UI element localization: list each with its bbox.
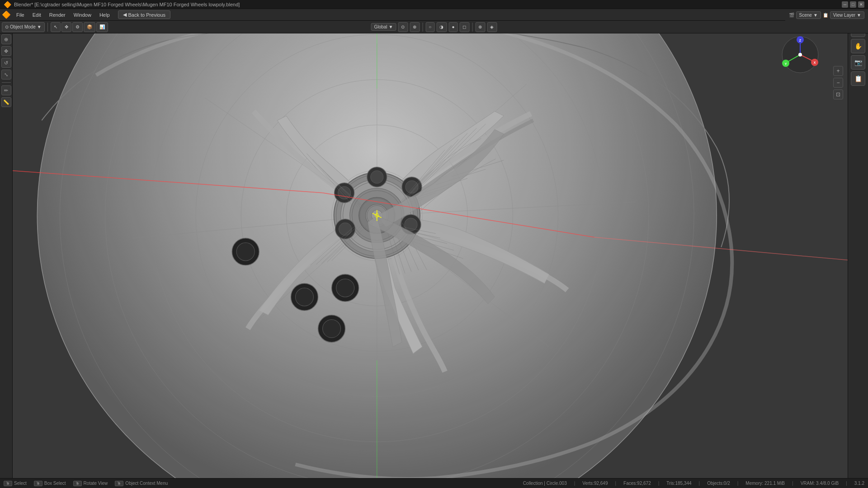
cursor-tool[interactable]: ⊕ [1,34,11,44]
separator-pipe-6: | [792,481,793,486]
version-info: 3.1.2 [854,481,864,486]
scene-icon: 🎬 [789,13,794,18]
overlay-btn[interactable]: ⊕ [475,22,485,32]
separator-pipe-4: | [699,481,700,486]
window-controls: ─ □ ✕ [842,1,864,8]
center-tools: Global ▼ ⊙ ⊕ ○ ◑ ● ◻ ⊕ ◈ [371,22,497,32]
context-menu-label: Object Context Menu [125,481,168,486]
rmb-key: 🖱 [73,481,82,486]
snap-button[interactable]: ⊙ [398,22,408,32]
svg-point-33 [405,218,417,231]
svg-text:X: X [814,61,816,64]
measure-tool[interactable]: 📏 [1,97,11,107]
faces-info: Faces:92,672 [623,481,651,486]
mode-icon: ⊙ [5,24,9,29]
box-select-status: 🖱 Box Select [34,481,66,486]
left-mode-tools: ⊙ Object Mode ▼ [2,22,45,32]
global-dropdown[interactable]: Global ▼ [371,23,396,31]
hand-tool[interactable]: ✋ [851,39,865,53]
shading-material[interactable]: ● [448,22,458,32]
rotate-status: 🖱 Rotate View [73,481,108,486]
view-layer-dropdown[interactable]: View Layer ▼ [830,11,864,19]
camera-tool[interactable]: 📷 [851,55,865,70]
select-status: 🖱 Select [4,481,27,486]
header-toolbar: ⊙ Object Mode ▼ ↖ ✥ ⚙ 📦 📊 Global ▼ ⊙ ⊕ ○… [0,21,868,33]
tool-icon-3[interactable]: ⚙ [72,22,83,32]
xray-btn[interactable]: ◈ [487,22,497,32]
layers-tool[interactable]: 📋 [851,71,865,86]
tool-icon-5[interactable]: 📊 [96,22,108,32]
blender-logo: 🔶 [4,1,11,8]
svg-point-39 [295,288,313,306]
navigation-gizmo[interactable]: Z X Y [780,34,821,75]
center-sep [422,23,423,32]
scene-dropdown[interactable]: Scene ▼ [796,11,821,19]
svg-point-29 [371,171,383,183]
annotate-tool[interactable]: ✏ [1,85,11,95]
back-to-previous-button[interactable]: ◀ Back to Previous [118,10,171,19]
close-button[interactable]: ✕ [858,1,864,8]
zoom-in-tool[interactable]: + [833,66,843,76]
separator-pipe-2: | [615,481,616,486]
svg-point-41 [236,243,255,261]
separator-pipe-3: | [658,481,660,486]
status-bar: 🖱 Select 🖱 Box Select 🖱 Rotate View 🖱 Ob… [0,478,868,488]
menu-item-file[interactable]: File [13,11,28,19]
maximize-button[interactable]: □ [850,1,856,8]
global-label: Global [374,24,387,29]
toolbar-divider [2,82,11,83]
rmb-key-2: 🖱 [115,481,123,486]
blender-menu-icon: 🔶 [2,10,11,19]
rotate-tool[interactable]: ↺ [1,58,11,68]
zoom-fit-tool[interactable]: ⊡ [833,89,843,99]
left-toolbar: ↖ ⊕ ✥ ↺ ⤡ ✏ 📏 [0,21,13,478]
memory-info: Memory: 221.1 MiB [745,481,785,486]
menu-item-render[interactable]: Render [46,11,69,19]
select-label: Select [14,481,27,486]
shading-wireframe[interactable]: ○ [425,22,434,32]
box-select-label: Box Select [44,481,66,486]
title-bar: 🔶 Blender* [E:\cgtrader selling\Mugen MF… [0,0,868,9]
proportional-btn[interactable]: ⊕ [410,22,420,32]
lmb-key: 🖱 [4,481,12,486]
menu-bar: 🔶 File Edit Render Window Help ◀ Back to… [0,9,868,21]
shading-solid[interactable]: ◑ [436,22,447,32]
zoom-out-tool[interactable]: − [833,78,843,88]
scale-tool[interactable]: ⤡ [1,70,11,80]
3d-viewport-bg: User Perspective (1) Collection | Circle… [13,21,848,478]
separator-pipe-7: | [846,481,847,486]
layers-icon: 📋 [823,13,828,18]
scene-dropdown-icon: ▼ [813,13,818,18]
scene-label: Scene [799,13,812,18]
viewport[interactable]: User Perspective (1) Collection | Circle… [13,21,848,478]
objects-info: Objects:0/2 [707,481,730,486]
svg-text:Z: Z [799,39,802,42]
vram-info: VRAM: 3.4/8.0 GiB [801,481,839,486]
tool-icon-2[interactable]: ✥ [61,22,71,32]
shading-render[interactable]: ◻ [459,22,469,32]
separator-pipe-1: | [574,481,576,486]
window-title: Blender* [E:\cgtrader selling\Mugen MF10… [14,2,240,7]
mode-select-button[interactable]: ⊙ Object Mode ▼ [2,22,45,32]
mmb-key: 🖱 [34,481,42,486]
mode-dropdown-icon: ▼ [37,24,42,29]
svg-point-96 [798,53,802,56]
svg-text:Y: Y [785,62,787,66]
menu-item-edit[interactable]: Edit [29,11,45,19]
context-menu-status: 🖱 Object Context Menu [115,481,168,486]
menu-item-window[interactable]: Window [70,11,95,19]
right-panel: 🔍 ✋ 📷 📋 [848,21,868,478]
tool-icon-4[interactable]: 📦 [84,22,95,32]
global-dropdown-icon: ▼ [388,24,393,29]
menu-item-help[interactable]: Help [96,11,113,19]
svg-point-45 [323,319,341,338]
move-tool[interactable]: ✥ [1,46,11,56]
back-label: Back to Previous [128,12,166,18]
separator-pipe-5: | [737,481,739,486]
icon-tools: ↖ ✥ ⚙ 📦 📊 [51,22,108,32]
tool-icon-1[interactable]: ↖ [51,22,61,32]
snap-icon: ⊙ [401,24,405,29]
back-icon: ◀ [123,12,127,18]
viewport-tools: + − ⊡ [833,66,843,99]
minimize-button[interactable]: ─ [842,1,848,8]
